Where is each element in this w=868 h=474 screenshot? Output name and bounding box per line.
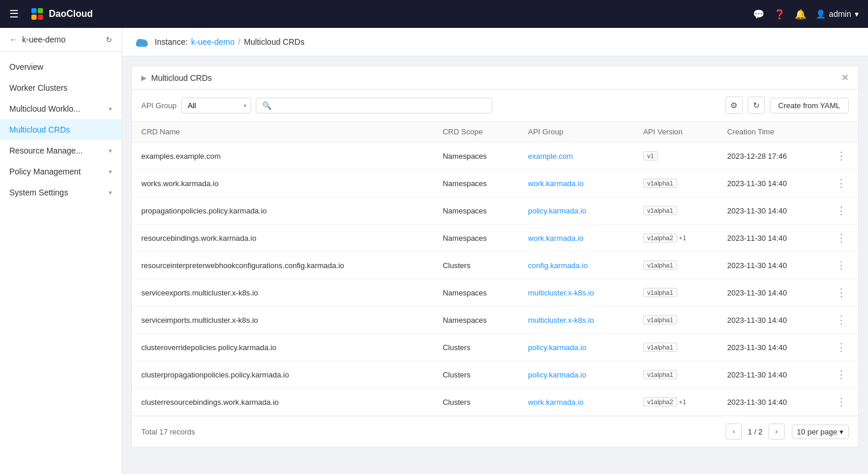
sidebar-item-policy-management[interactable]: Policy Management ▾ [0,161,122,182]
svg-rect-1 [38,8,43,13]
next-page-button[interactable]: › [769,423,785,440]
refresh-icon-button[interactable]: ↻ [748,97,765,114]
chat-icon[interactable]: 💬 [753,9,765,20]
sidebar-item-overview[interactable]: Overview [0,56,122,77]
api-group-cell: multicluster.x-k8s.io [519,279,634,307]
table-row: propagationpolicies.policy.karmada.ioNam… [132,197,858,224]
actions-cell: ⋮ [824,224,858,252]
per-page-select[interactable]: 10 per page ▾ [792,425,849,439]
settings-icon-button[interactable]: ⚙ [726,97,743,114]
sidebar-item-label: Resource Manage... [9,146,109,155]
more-actions-button[interactable]: ⋮ [834,396,849,408]
version-badge: v1alpha1 [643,288,677,297]
version-badge: v1alpha1 [643,343,677,352]
table-row: clusterpropagationpolicies.policy.karmad… [132,361,858,389]
crd-name-cell: clusterresourcebindings.work.karmada.io [132,389,433,416]
table-row: works.work.karmada.ioNamespaceswork.karm… [132,170,858,197]
api-group-link[interactable]: policy.karmada.io [528,206,586,215]
creation-time-cell: 2023-11-30 14:40 [718,361,824,389]
expand-icon[interactable]: ▶ [141,74,147,82]
api-group-link[interactable]: policy.karmada.io [528,343,586,352]
svg-rect-0 [31,8,37,13]
sidebar-item-system-settings[interactable]: System Settings ▾ [0,182,122,203]
chevron-down-icon: ▾ [109,168,112,176]
api-group-link[interactable]: multicluster.x-k8s.io [528,288,594,297]
api-group-cell: example.com [519,142,634,170]
crd-scope-cell: Namespaces [433,197,519,224]
more-actions-button[interactable]: ⋮ [834,232,849,244]
api-group-cell: policy.karmada.io [519,197,634,224]
api-group-link[interactable]: policy.karmada.io [528,370,586,379]
topnav-left: ☰ DaoCloud [9,7,93,21]
more-actions-button[interactable]: ⋮ [834,259,849,271]
sidebar-item-multicloud-crds[interactable]: Multicloud CRDs [0,119,122,140]
logo-icon [30,7,44,21]
more-actions-button[interactable]: ⋮ [834,150,849,162]
api-version-cell: v1alpha1 [634,252,718,279]
crd-name-cell: works.work.karmada.io [132,170,433,197]
actions-cell: ⋮ [824,142,858,170]
search-icon: 🔍 [262,101,272,110]
table-row: resourceinterpreterwebhookconfigurations… [132,252,858,279]
toolbar: API Group All example.com work.karmada.i… [132,90,858,122]
version-badge: v1alpha2 [643,233,677,243]
actions-cell: ⋮ [824,197,858,224]
crd-scope-cell: Clusters [433,389,519,416]
creation-time-cell: 2023-12-28 17:46 [718,142,824,170]
sidebar-item-resource-management[interactable]: Resource Manage... ▾ [0,140,122,161]
cloud-icon [134,34,150,50]
help-icon[interactable]: ❓ [774,9,785,20]
more-actions-button[interactable]: ⋮ [834,314,849,326]
page-content: ▶ Multicloud CRDs ✕ API Group All exampl… [122,56,868,474]
search-input[interactable] [275,101,486,110]
more-actions-button[interactable]: ⋮ [834,177,849,189]
table-head: CRD Name CRD Scope API Group API Version… [132,122,858,142]
more-actions-button[interactable]: ⋮ [834,205,849,216]
logo: DaoCloud [30,7,93,21]
sidebar-item-multicloud-workloads[interactable]: Multicloud Worklo... ▾ [0,98,122,119]
creation-time-cell: 2023-11-30 14:40 [718,224,824,252]
api-group-link[interactable]: config.karmada.io [528,261,588,270]
data-table: CRD Name CRD Scope API Group API Version… [132,122,858,416]
col-crd-scope: CRD Scope [433,122,519,142]
sidebar-item-label: System Settings [9,188,109,197]
close-icon[interactable]: ✕ [841,72,849,83]
toolbar-right: ⚙ ↻ Create from YAML [726,97,849,114]
breadcrumb-instance-link[interactable]: k-uee-demo [191,37,235,47]
bell-icon[interactable]: 🔔 [795,9,806,20]
breadcrumb: Instance: k-uee-demo / Multicloud CRDs [122,28,868,56]
crd-name-cell: examples.example.com [132,142,433,170]
page-info: 1 / 2 [744,427,766,436]
sidebar-item-worker-clusters[interactable]: Worker Clusters [0,77,122,98]
crd-name-cell: resourcebindings.work.karmada.io [132,224,433,252]
api-group-link[interactable]: example.com [528,152,573,161]
create-from-yaml-button[interactable]: Create from YAML [770,98,849,113]
back-icon[interactable]: ← [9,35,17,44]
api-group-link[interactable]: work.karmada.io [528,234,583,243]
more-actions-button[interactable]: ⋮ [834,287,849,298]
api-group-link[interactable]: multicluster.x-k8s.io [528,316,594,325]
crd-name-cell: clusteroverridepolicies.policy.karmada.i… [132,334,433,361]
sidebar: ← k-uee-demo ↻ Overview Worker Clusters … [0,28,122,474]
sidebar-item-label: Worker Clusters [9,83,112,92]
col-api-version: API Version [634,122,718,142]
user-chevron-icon: ▾ [855,9,859,19]
table-row: clusterresourcebindings.work.karmada.ioC… [132,389,858,416]
version-badge: v1 [643,151,658,161]
api-group-link[interactable]: work.karmada.io [528,179,583,188]
user-menu[interactable]: 👤 admin ▾ [816,9,859,19]
svg-rect-8 [138,45,139,47]
api-group-link[interactable]: work.karmada.io [528,398,583,407]
table-row: examples.example.comNamespacesexample.co… [132,142,858,170]
hamburger-icon[interactable]: ☰ [9,8,19,20]
more-actions-button[interactable]: ⋮ [834,341,849,353]
more-actions-button[interactable]: ⋮ [834,369,849,380]
creation-time-cell: 2023-11-30 14:40 [718,389,824,416]
api-group-select[interactable]: All example.com work.karmada.io policy.k… [181,98,251,113]
refresh-icon[interactable]: ↻ [106,35,112,44]
crd-scope-cell: Clusters [433,361,519,389]
prev-page-button[interactable]: ‹ [726,423,742,440]
chevron-down-icon: ▾ [109,147,112,155]
version-badge: v1alpha1 [643,179,677,188]
creation-time-cell: 2023-11-30 14:40 [718,170,824,197]
